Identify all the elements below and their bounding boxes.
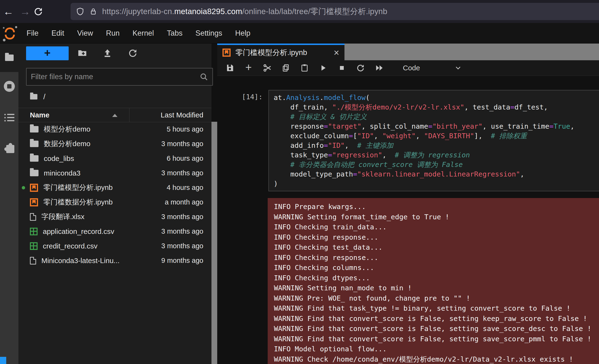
paste-icon: [300, 64, 309, 72]
cell-output-stderr[interactable]: INFO Prepare kwargs...WARNING Setting fo…: [268, 198, 599, 364]
fast-forward-icon: [375, 63, 384, 72]
menu-edit[interactable]: Edit: [45, 29, 70, 38]
file-list-header: Name Last Modified: [18, 108, 211, 122]
folder-icon: [30, 170, 38, 176]
reload-icon: [34, 7, 43, 16]
reload-button[interactable]: [34, 7, 50, 16]
interrupt-kernel-button[interactable]: [337, 63, 346, 72]
restart-kernel-button[interactable]: [356, 63, 365, 72]
copy-cells-button[interactable]: [281, 63, 291, 72]
file-modified: 9 months ago: [161, 257, 211, 265]
file-name: 模型分析demo: [44, 124, 90, 134]
file-browser-panel: + Filter files by name / Name Last: [18, 43, 211, 364]
home-folder-icon[interactable]: [30, 94, 37, 99]
notebook-tab[interactable]: 零门槛模型分析.ipynb ×: [217, 43, 344, 60]
breadcrumb[interactable]: /: [29, 91, 45, 102]
file-name: 零门槛模型分析.ipynb: [43, 183, 113, 192]
browser-toolbar: ← → https://jupyterlab-cn.metanoia8295.c…: [0, 0, 599, 23]
refresh-files-button[interactable]: [128, 48, 138, 58]
cell-type-dropdown-caret[interactable]: [454, 63, 463, 72]
output-line: WARNING Setting nan_mode to min !: [274, 283, 593, 293]
file-row[interactable]: 零门槛数据分析.ipynba month ago: [18, 195, 211, 209]
new-folder-button[interactable]: [77, 48, 87, 58]
output-line: INFO Checking test_data...: [274, 242, 593, 252]
file-row[interactable]: 零门槛模型分析.ipynb4 hours ago: [18, 180, 211, 195]
menu-run[interactable]: Run: [99, 29, 126, 38]
tab-bar-empty-area: [344, 43, 599, 60]
code-line: exclude_column=["ID", "weight", "DAYS_BI…: [274, 131, 595, 141]
file-name: miniconda3: [44, 169, 80, 177]
restart-run-all-button[interactable]: [375, 63, 384, 72]
stop-circle-icon: [4, 81, 15, 92]
notebook-icon: [30, 198, 38, 206]
code-line: at.Analysis.model_flow(: [274, 93, 595, 102]
search-icon: [200, 72, 208, 81]
cut-icon: [263, 63, 272, 72]
notebook-toolbar: +: [217, 60, 599, 76]
output-line: INFO Checking columns...: [274, 263, 593, 273]
folder-icon: [30, 141, 38, 147]
cell-type-dropdown[interactable]: Code: [403, 64, 420, 72]
column-header-last-modified[interactable]: Last Modified: [161, 111, 203, 119]
file-name: 字段翻译.xlsx: [41, 212, 84, 222]
file-row[interactable]: code_libs6 hours ago: [18, 151, 211, 166]
address-bar[interactable]: https://jupyterlab-cn.metanoia8295.com/o…: [70, 3, 599, 20]
paste-cells-button[interactable]: [300, 63, 309, 72]
file-browser-scrollbar[interactable]: [211, 122, 217, 364]
forward-button[interactable]: →: [17, 0, 34, 23]
file-row[interactable]: application_record.csv3 months ago: [18, 224, 211, 239]
menu-view[interactable]: View: [70, 29, 99, 38]
close-icon[interactable]: ×: [334, 48, 339, 57]
file-modified: 4 hours ago: [167, 184, 211, 191]
menu-tabs[interactable]: Tabs: [160, 29, 189, 38]
run-icon: [319, 64, 327, 72]
file-name: 零门槛数据分析.ipynb: [43, 197, 113, 207]
add-cell-button[interactable]: +: [244, 63, 253, 72]
file-row[interactable]: Miniconda3-latest-Linu...9 months ago: [18, 253, 211, 268]
upload-button[interactable]: [103, 48, 112, 58]
sidebar-tab-table-of-contents[interactable]: [0, 113, 18, 122]
menu-settings[interactable]: Settings: [189, 29, 229, 38]
file-row[interactable]: 字段翻译.xlsx3 months ago: [18, 209, 211, 224]
file-modified: 6 hours ago: [167, 155, 211, 162]
output-line: WARNING Find that convert_score is False…: [274, 334, 593, 344]
menu-file[interactable]: File: [20, 29, 45, 38]
column-divider: [129, 108, 129, 122]
new-launcher-button[interactable]: +: [26, 46, 69, 60]
file-modified: 3 months ago: [161, 213, 211, 221]
stop-icon: [338, 64, 346, 72]
save-button[interactable]: [225, 63, 234, 72]
notebook-icon: [30, 184, 38, 192]
filter-files-input[interactable]: Filter files by name: [26, 68, 213, 86]
upload-icon: [103, 48, 112, 58]
sidebar-tab-running-kernels[interactable]: [0, 81, 18, 92]
output-line: WARNING Check /home/conda_env/模型分析demo/v…: [274, 354, 593, 364]
code-cell-input[interactable]: at.Analysis.model_flow( df_train, "./模型分…: [268, 90, 599, 191]
column-header-name[interactable]: Name: [30, 111, 50, 119]
menu-help[interactable]: Help: [229, 29, 257, 38]
file-modified: 3 months ago: [161, 242, 211, 250]
sidebar-tab-filebrowser[interactable]: [0, 43, 18, 72]
back-button[interactable]: ←: [0, 0, 17, 23]
code-line: df_train, "./模型分析demo/v2-lr/v2-lr.xlsx",…: [274, 102, 595, 112]
lock-icon[interactable]: [89, 8, 97, 16]
file-icon: [30, 257, 36, 265]
file-row[interactable]: 模型分析demo5 hours ago: [18, 122, 211, 137]
puzzle-icon: [6, 145, 14, 153]
code-line: response="target", split_col_name="birth…: [274, 121, 595, 131]
file-row[interactable]: credit_record.csv3 months ago: [18, 239, 211, 253]
shield-icon[interactable]: [76, 7, 84, 16]
code-line: task_type="regression", # 调整为 regression: [274, 150, 595, 160]
output-line: INFO Checking response...: [274, 232, 593, 243]
menu-kernel[interactable]: Kernel: [126, 29, 160, 38]
sidebar-tab-extensions[interactable]: [0, 143, 18, 153]
output-line: WARNING Find that convert_score is False…: [274, 313, 593, 324]
file-row[interactable]: 数据分析demo3 months ago: [18, 137, 211, 151]
code-line: # 目标定义 & 切片定义: [274, 112, 595, 121]
file-name: credit_record.csv: [43, 242, 97, 250]
output-line: INFO Checking response...: [274, 252, 593, 263]
notebook-main-area: 零门槛模型分析.ipynb × +: [217, 43, 599, 364]
run-cell-button[interactable]: [319, 63, 328, 72]
cut-cells-button[interactable]: [263, 63, 272, 72]
file-row[interactable]: miniconda33 months ago: [18, 166, 211, 180]
